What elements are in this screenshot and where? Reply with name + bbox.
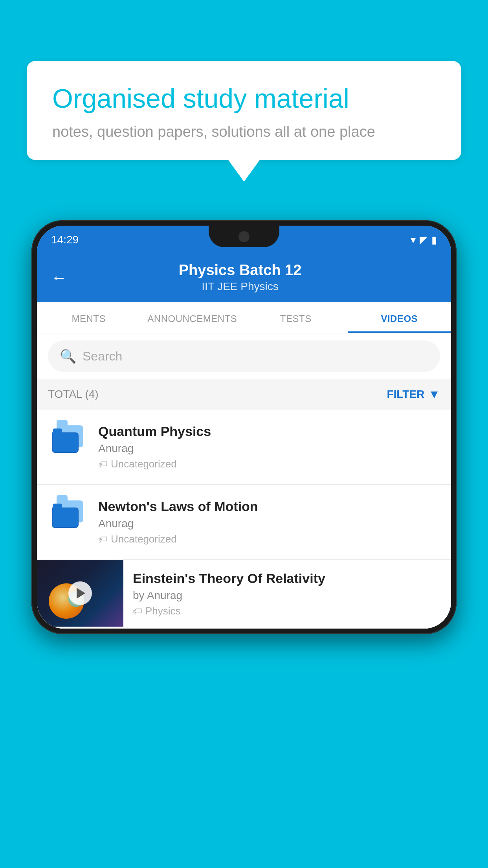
folder-icon bbox=[52, 425, 83, 453]
tag-label: Uncategorized bbox=[111, 458, 177, 470]
list-item[interactable]: Newton's Laws of Motion Anurag 🏷 Uncateg… bbox=[37, 485, 451, 560]
total-count-label: TOTAL (4) bbox=[48, 388, 99, 401]
video-title: Quantum Physics bbox=[98, 424, 440, 439]
video-thumbnail bbox=[37, 560, 123, 627]
speech-bubble-tail bbox=[228, 160, 260, 182]
signal-icon: ◤ bbox=[420, 234, 427, 246]
phone-inner: 14:29 ▾ ◤ ▮ ← Physics Batch 12 IIT JEE P… bbox=[37, 226, 451, 629]
video-info: Einstein's Theory Of Relativity by Anura… bbox=[123, 560, 451, 628]
tag-label: Uncategorized bbox=[111, 533, 177, 545]
folder-front bbox=[52, 432, 79, 453]
search-icon: 🔍 bbox=[60, 348, 76, 364]
phone-wrapper: 14:29 ▾ ◤ ▮ ← Physics Batch 12 IIT JEE P… bbox=[31, 220, 457, 868]
tag-icon: 🏷 bbox=[98, 459, 108, 470]
tab-announcements[interactable]: ANNOUNCEMENTS bbox=[141, 302, 244, 333]
speech-bubble: Organised study material notes, question… bbox=[27, 61, 461, 160]
battery-icon: ▮ bbox=[431, 234, 437, 246]
filter-label: FILTER bbox=[387, 388, 424, 401]
app-bar-subtitle: IIT JEE Physics bbox=[78, 280, 402, 293]
video-author: Anurag bbox=[98, 517, 440, 530]
speech-bubble-title: Organised study material bbox=[52, 83, 436, 115]
app-bar: ← Physics Batch 12 IIT JEE Physics bbox=[37, 254, 451, 302]
speech-bubble-container: Organised study material notes, question… bbox=[27, 61, 461, 182]
video-list: Quantum Physics Anurag 🏷 Uncategorized bbox=[37, 410, 451, 629]
folder-icon-wrap bbox=[48, 499, 87, 528]
video-info: Quantum Physics Anurag 🏷 Uncategorized bbox=[98, 424, 440, 470]
wifi-icon: ▾ bbox=[411, 234, 416, 246]
search-placeholder-text: Search bbox=[83, 349, 122, 364]
video-info: Newton's Laws of Motion Anurag 🏷 Uncateg… bbox=[98, 499, 440, 545]
speech-bubble-subtitle: notes, question papers, solutions all at… bbox=[52, 123, 436, 140]
video-title: Newton's Laws of Motion bbox=[98, 499, 440, 514]
video-author: Anurag bbox=[98, 442, 440, 455]
tab-ments[interactable]: MENTS bbox=[37, 302, 141, 333]
search-input[interactable]: 🔍 Search bbox=[48, 340, 440, 372]
list-item[interactable]: Einstein's Theory Of Relativity by Anura… bbox=[37, 560, 451, 629]
folder-front bbox=[52, 508, 79, 528]
tabs-bar: MENTS ANNOUNCEMENTS TESTS VIDEOS bbox=[37, 302, 451, 333]
app-bar-title: Physics Batch 12 bbox=[78, 262, 402, 279]
video-author: by Anurag bbox=[133, 589, 440, 602]
video-tag: 🏷 Uncategorized bbox=[98, 533, 440, 545]
notch bbox=[209, 226, 279, 247]
play-triangle-icon bbox=[77, 588, 85, 599]
tag-label: Physics bbox=[145, 605, 181, 617]
filter-funnel-icon: ▼ bbox=[428, 388, 440, 401]
tag-icon: 🏷 bbox=[98, 534, 108, 545]
tab-tests[interactable]: TESTS bbox=[244, 302, 348, 333]
video-title: Einstein's Theory Of Relativity bbox=[133, 571, 440, 586]
play-button[interactable] bbox=[68, 581, 92, 605]
filter-button[interactable]: FILTER ▼ bbox=[387, 388, 440, 401]
status-icons: ▾ ◤ ▮ bbox=[411, 234, 437, 246]
list-item[interactable]: Quantum Physics Anurag 🏷 Uncategorized bbox=[37, 410, 451, 485]
folder-icon bbox=[52, 500, 83, 528]
video-tag: 🏷 Physics bbox=[133, 605, 440, 617]
back-button[interactable]: ← bbox=[51, 270, 67, 285]
video-tag: 🏷 Uncategorized bbox=[98, 458, 440, 470]
tab-videos[interactable]: VIDEOS bbox=[348, 302, 451, 333]
phone-outer: 14:29 ▾ ◤ ▮ ← Physics Batch 12 IIT JEE P… bbox=[31, 220, 457, 634]
tag-icon: 🏷 bbox=[133, 606, 142, 617]
app-bar-title-block: Physics Batch 12 IIT JEE Physics bbox=[78, 262, 402, 293]
filter-bar: TOTAL (4) FILTER ▼ bbox=[37, 379, 451, 410]
folder-icon-wrap bbox=[48, 424, 87, 453]
status-time: 14:29 bbox=[51, 234, 79, 246]
camera-icon bbox=[238, 231, 250, 242]
status-bar: 14:29 ▾ ◤ ▮ bbox=[37, 226, 451, 254]
search-container: 🔍 Search bbox=[37, 333, 451, 379]
